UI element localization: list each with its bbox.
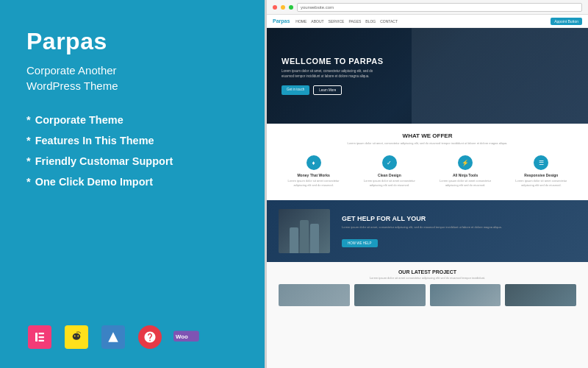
project-item-3[interactable] xyxy=(430,284,501,306)
offer-card-1: ♦ Money That Works Lorem ipsum dolor sit… xyxy=(279,151,348,191)
svg-text:Woo: Woo xyxy=(176,333,188,340)
browser-url-bar[interactable]: yourwebsite.com xyxy=(297,3,582,12)
cta-button[interactable]: HOW WE HELP xyxy=(342,239,378,247)
svg-rect-1 xyxy=(39,333,45,334)
offer-card-title-4: Responsive Design xyxy=(509,173,573,177)
svg-point-6 xyxy=(77,336,79,337)
nav-pages[interactable]: PAGES xyxy=(348,19,361,24)
project-section: OUR LATEST PROJECT Lorem ipsum dolor sit… xyxy=(267,262,588,368)
mailchimp-icon[interactable] xyxy=(63,324,90,350)
hero-text: WELLCOME TO PARPAS Lorem ipsum dolor sit… xyxy=(282,57,384,95)
feature-item-4: One Click Demo Import xyxy=(26,176,238,188)
offer-icon-2: ✓ xyxy=(382,155,397,170)
bottom-icons: Woo xyxy=(26,316,238,350)
hero-background xyxy=(412,28,588,124)
offer-card-text-2: Lorem ipsum dolor sit amet consectetur a… xyxy=(357,179,421,187)
people-silhouette xyxy=(290,220,319,253)
offer-section: WHAT WE OFFER Lorem ipsum dolor sit amet… xyxy=(267,124,588,200)
theme-title: Parpas xyxy=(26,28,238,55)
hero-buttons: Get in touch Learn More xyxy=(282,85,384,95)
project-item-4[interactable] xyxy=(505,284,576,306)
project-subtitle: Lorem ipsum dolor sit amet consectetur a… xyxy=(279,276,576,280)
responsive-icon: ☰ xyxy=(539,160,544,166)
hero-title: WELLCOME TO PARPAS xyxy=(282,57,384,66)
elementor-icon[interactable] xyxy=(26,324,53,350)
offer-cards: ♦ Money That Works Lorem ipsum dolor sit… xyxy=(279,151,576,191)
offer-card-title-2: Clean Design xyxy=(357,173,421,177)
hero-learn-btn[interactable]: Learn More xyxy=(313,85,342,95)
svg-point-5 xyxy=(74,336,76,337)
browser-bar: yourwebsite.com xyxy=(267,0,588,15)
svg-rect-2 xyxy=(39,336,45,338)
offer-card-text-3: Lorem ipsum dolor sit amet consectetur a… xyxy=(434,179,498,187)
woocommerce-icon[interactable]: Woo xyxy=(173,324,200,350)
browser-max-dot xyxy=(289,5,293,10)
cta-title: GET HELP FOR ALL YOUR xyxy=(342,215,576,222)
feature-item-1: Corporate Theme xyxy=(26,114,238,126)
offer-card-text-4: Lorem ipsum dolor sit amet consectetur a… xyxy=(509,179,573,187)
offer-subtitle: Lorem ipsum dolor sit amet, consectetur … xyxy=(279,141,576,145)
lightning-icon: ⚡ xyxy=(462,160,469,166)
nav-contact[interactable]: CONTACT xyxy=(380,19,398,24)
offer-card-title-1: Money That Works xyxy=(282,173,345,177)
hero-body: Lorem ipsum dolor sit amet, consectetur … xyxy=(282,69,384,79)
theme-subtitle: Corporate AnotherWordPress Theme xyxy=(26,63,238,93)
site-nav-links: HOME ABOUT SERVICE PAGES BLOG CONTACT xyxy=(295,19,551,24)
svg-rect-3 xyxy=(39,340,45,342)
offer-card-2: ✓ Clean Design Lorem ipsum dolor sit ame… xyxy=(354,151,424,191)
offer-card-text-1: Lorem ipsum dolor sit amet consectetur a… xyxy=(282,179,345,187)
hero-section: WELLCOME TO PARPAS Lorem ipsum dolor sit… xyxy=(267,28,588,124)
feature-list: Corporate ThemeFeatures In This ThemeFri… xyxy=(26,114,238,188)
hero-cta-btn[interactable]: Get in touch xyxy=(282,85,309,95)
check-icon: ✓ xyxy=(387,160,392,166)
site-nav: Parpas HOME ABOUT SERVICE PAGES BLOG CON… xyxy=(267,15,588,28)
browser-close-dot xyxy=(273,5,277,10)
project-title: OUR LATEST PROJECT xyxy=(279,269,576,275)
offer-icon-1: ♦ xyxy=(306,155,321,170)
svg-rect-0 xyxy=(35,333,37,342)
nav-blog[interactable]: BLOG xyxy=(365,19,376,24)
diamond-icon: ♦ xyxy=(312,160,315,166)
feature-item-3: Friendly Customar Support xyxy=(26,155,238,167)
site-content: Parpas HOME ABOUT SERVICE PAGES BLOG CON… xyxy=(267,15,588,368)
person-3 xyxy=(310,224,319,253)
project-item-2[interactable] xyxy=(354,284,426,306)
left-panel: Parpas Corporate AnotherWordPress Theme … xyxy=(0,0,265,368)
person-2 xyxy=(300,220,309,253)
site-logo: Parpas xyxy=(273,18,290,24)
nav-about[interactable]: ABOUT xyxy=(311,19,323,24)
offer-card-3: ⚡ All Ninja Tools Lorem ipsum dolor sit … xyxy=(431,151,501,191)
right-panel: yourwebsite.com Parpas HOME ABOUT SERVIC… xyxy=(265,0,588,368)
browser-min-dot xyxy=(281,5,285,10)
svg-marker-7 xyxy=(108,332,118,342)
cta-text-area: GET HELP FOR ALL YOUR Lorem ipsum dolor … xyxy=(342,215,576,247)
support-icon[interactable] xyxy=(137,324,163,350)
offer-title: WHAT WE OFFER xyxy=(279,132,576,139)
offer-icon-4: ☰ xyxy=(534,155,548,170)
project-item-1[interactable] xyxy=(279,284,350,306)
cta-body: Lorem ipsum dolor sit amet, consectetur … xyxy=(342,225,576,230)
offer-icon-3: ⚡ xyxy=(458,155,473,170)
left-content: Parpas Corporate AnotherWordPress Theme … xyxy=(26,28,238,197)
nav-service[interactable]: SERVICE xyxy=(329,19,345,24)
offer-card-title-3: All Ninja Tools xyxy=(434,173,498,177)
cta-people-image xyxy=(279,209,330,253)
website-preview: yourwebsite.com Parpas HOME ABOUT SERVIC… xyxy=(267,0,588,368)
person-1 xyxy=(290,227,298,253)
nav-home[interactable]: HOME xyxy=(295,19,306,24)
project-grid xyxy=(279,284,576,306)
slider-icon[interactable] xyxy=(100,324,126,350)
cta-section: GET HELP FOR ALL YOUR Lorem ipsum dolor … xyxy=(267,200,588,262)
feature-item-2: Features In This Theme xyxy=(26,135,238,146)
nav-appoint-btn[interactable]: Appoint Button xyxy=(551,18,582,25)
offer-card-4: ☰ Responsive Design Lorem ipsum dolor si… xyxy=(506,151,576,191)
